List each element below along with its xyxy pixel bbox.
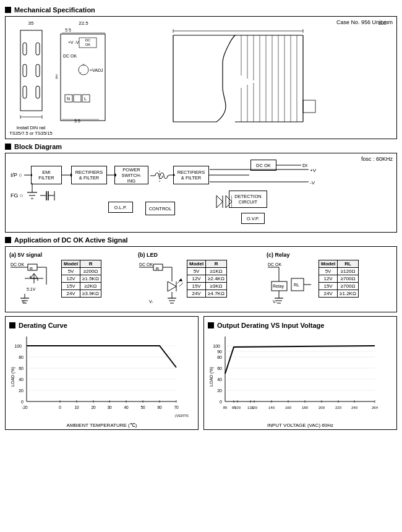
output-derating-svg: LOAD (%) 0 20 40 60 80 90 100: [208, 330, 384, 420]
dc-ok-output-box: DC OK: [250, 160, 276, 171]
output-derating-header: Output Derating VS Input Voltage: [208, 322, 393, 329]
svg-rect-6: [36, 86, 40, 98]
block-icon: [5, 144, 11, 150]
rect-filter-2-box: RECTIFIERS& FILTER: [173, 166, 209, 184]
svg-text:180: 180: [302, 406, 309, 410]
svg-text:90: 90: [217, 350, 222, 354]
block-title: Block Diagram: [14, 143, 62, 150]
capacitor-symbol: [40, 188, 59, 204]
svg-rect-12: [61, 34, 105, 121]
block-header: Block Diagram: [5, 143, 397, 150]
table-row: 5V≥200Ω: [62, 268, 101, 275]
svg-text:200: 200: [319, 406, 325, 410]
svg-rect-1: [23, 43, 27, 55]
svg-text:DC OK: DC OK: [63, 54, 77, 58]
svg-text:(VERTICAL): (VERTICAL): [175, 414, 189, 418]
svg-marker-114: [179, 278, 182, 281]
transformer-symbol: [150, 165, 169, 189]
table-row: 15V≥2KΩ: [62, 283, 101, 290]
svg-text:240: 240: [351, 406, 358, 410]
output-derating-title: Output Derating VS Input Voltage: [217, 322, 324, 329]
charts-row: Derating Curve LOAD (%) 0 20 40 60 80 10…: [5, 316, 397, 430]
app-sub-b: (b) LED DC OK R: [138, 252, 264, 309]
mechanical-title: Mechanical Specification: [14, 6, 95, 14]
table-row: 24V≥4.7KΩ: [187, 290, 227, 298]
emi-filter-box: EMIFILTER: [31, 166, 62, 184]
derating-header: Derating Curve: [9, 322, 194, 329]
svg-text:90: 90: [56, 74, 58, 79]
svg-text:60: 60: [157, 405, 162, 410]
derating-title: Derating Curve: [19, 322, 67, 329]
dim-22.5: 22.5: [79, 20, 88, 26]
svg-text:R: R: [30, 267, 33, 271]
app-table-c: Model RL 5V≥120Ω 12V≥700Ω: [319, 260, 359, 298]
svg-text:220: 220: [335, 406, 342, 410]
output-derating-chart: Output Derating VS Input Voltage LOAD (%…: [203, 316, 397, 430]
svg-rect-5: [36, 64, 40, 77]
svg-text:70: 70: [174, 405, 179, 410]
svg-text:0: 0: [21, 400, 24, 404]
mech-drawings: 35: [9, 20, 393, 136]
ovp-box: O.V.P.: [241, 213, 265, 224]
output-derating-chart-area: LOAD (%) 0 20 40 60 80 90 100: [208, 330, 393, 421]
app-table-a-header-r: R: [80, 260, 101, 268]
svg-text:DC OK: DC OK: [11, 262, 25, 267]
dim-35: 35: [28, 20, 34, 26]
svg-text:+V: +V: [310, 168, 317, 173]
din-rail-svg: [14, 27, 48, 123]
svg-text:60: 60: [217, 366, 222, 371]
block-diagram: I/P ○ FG ○ EMIFILTER RECTIFIERS& FILTER …: [9, 158, 393, 230]
svg-text:100: 100: [14, 344, 22, 348]
svg-text:-V: -V: [310, 180, 315, 186]
app-sub-a-circuit: DC OK R 5.1V: [9, 260, 135, 309]
rect-filter-1-box: RECTIFIERS& FILTER: [71, 166, 107, 184]
app-header: Application of DC OK Active Signal: [5, 236, 397, 244]
svg-text:LOAD (%): LOAD (%): [209, 367, 214, 387]
svg-text:80: 80: [19, 355, 24, 359]
din-caption: Install DIN rail TS35/7.5 or TS35/15: [9, 125, 53, 136]
svg-text:10: 10: [74, 405, 79, 410]
control-box: CONTROL: [145, 202, 175, 215]
table-row: 24V≥3.9KΩ: [62, 290, 101, 298]
svg-text:5.1V: 5.1V: [27, 287, 36, 291]
svg-text:DC OK: DC OK: [302, 163, 307, 168]
svg-rect-3: [23, 86, 27, 98]
svg-text:80: 80: [217, 355, 222, 359]
block-section: fosc : 60KHz I/P ○ FG ○ EMIFILTER RECTIF…: [5, 153, 397, 233]
circuit-a-svg: DC OK R 5.1V: [9, 260, 59, 309]
app-title: Application of DC OK Active Signal: [14, 236, 128, 244]
app-table-b: Model R 5V≥1KΩ 12V≥2.4KΩ: [187, 260, 227, 298]
app-table-c-header-rl: RL: [338, 260, 359, 268]
derating-svg: LOAD (%) 0 20 40 60 80 100: [9, 330, 189, 420]
table-row: 12V≥1.5KΩ: [62, 275, 101, 283]
svg-text:60: 60: [19, 366, 24, 371]
svg-rect-56: [303, 100, 315, 113]
derating-xlabel: AMBIENT TEMPERATURE (℃): [9, 423, 194, 428]
olp-box: O.L.P.: [108, 202, 133, 213]
table-row: 5V≥1KΩ: [187, 268, 227, 275]
svg-text:+V -V: +V -V: [68, 40, 79, 45]
svg-text:5  5: 5 5: [65, 28, 71, 32]
mechanical-icon: [5, 7, 11, 13]
table-row: 24V≥1.2KΩ: [319, 290, 359, 298]
output-derating-icon: [208, 322, 214, 328]
svg-text:R: R: [156, 267, 159, 271]
svg-marker-84: [216, 195, 223, 208]
svg-line-115: [179, 283, 183, 286]
app-sub-b-title: (b) LED: [138, 252, 264, 258]
page: Mechanical Specification Case No. 956 Un…: [0, 0, 402, 436]
app-sub-c-title: (c) Relay: [267, 252, 393, 258]
svg-text:Relay: Relay: [273, 284, 284, 289]
svg-rect-2: [23, 64, 27, 77]
app-sub-b-circuit: DC OK R: [138, 260, 264, 309]
din-rail-area: 35: [9, 20, 53, 136]
svg-text:0: 0: [59, 405, 61, 410]
svg-rect-0: [20, 30, 42, 111]
svg-text:N: N: [67, 97, 70, 101]
svg-text:120: 120: [251, 406, 258, 410]
svg-text:L: L: [84, 97, 87, 101]
svg-text:DC OK: DC OK: [139, 262, 153, 267]
svg-text:V-: V-: [149, 299, 153, 304]
svg-rect-23: [74, 95, 81, 102]
svg-text:OK: OK: [85, 43, 91, 46]
